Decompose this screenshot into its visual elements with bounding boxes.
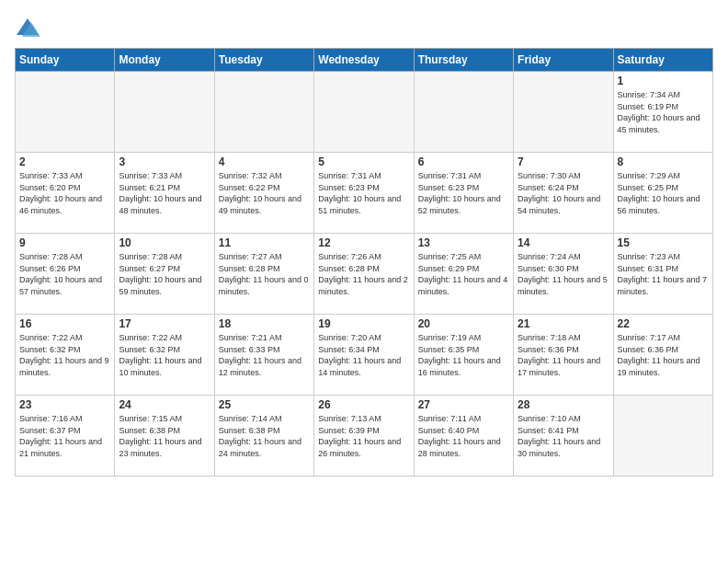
day-header-saturday: Saturday	[613, 49, 712, 72]
calendar-cell: 23Sunrise: 7:16 AM Sunset: 6:37 PM Dayli…	[16, 396, 115, 477]
calendar-cell: 15Sunrise: 7:23 AM Sunset: 6:31 PM Dayli…	[613, 234, 712, 315]
day-info: Sunrise: 7:28 AM Sunset: 6:26 PM Dayligh…	[19, 251, 110, 297]
calendar-cell: 12Sunrise: 7:26 AM Sunset: 6:28 PM Dayli…	[314, 234, 414, 315]
day-number: 27	[418, 398, 509, 411]
day-number: 4	[219, 155, 310, 168]
day-number: 16	[19, 317, 110, 330]
day-number: 5	[318, 155, 409, 168]
calendar-cell: 11Sunrise: 7:27 AM Sunset: 6:28 PM Dayli…	[214, 234, 313, 315]
calendar-body: 1Sunrise: 7:34 AM Sunset: 6:19 PM Daylig…	[16, 72, 713, 477]
day-info: Sunrise: 7:22 AM Sunset: 6:32 PM Dayligh…	[119, 332, 210, 378]
day-info: Sunrise: 7:23 AM Sunset: 6:31 PM Dayligh…	[618, 251, 709, 297]
calendar-cell: 7Sunrise: 7:30 AM Sunset: 6:24 PM Daylig…	[514, 153, 613, 234]
day-header-monday: Monday	[115, 49, 214, 72]
calendar-cell: 1Sunrise: 7:34 AM Sunset: 6:19 PM Daylig…	[613, 72, 712, 153]
day-info: Sunrise: 7:26 AM Sunset: 6:28 PM Dayligh…	[318, 251, 409, 297]
calendar-cell: 2Sunrise: 7:33 AM Sunset: 6:20 PM Daylig…	[16, 153, 115, 234]
day-info: Sunrise: 7:18 AM Sunset: 6:36 PM Dayligh…	[518, 332, 609, 378]
calendar-cell: 19Sunrise: 7:20 AM Sunset: 6:34 PM Dayli…	[314, 315, 414, 396]
day-number: 3	[119, 155, 210, 168]
day-number: 8	[618, 155, 709, 168]
day-info: Sunrise: 7:31 AM Sunset: 6:23 PM Dayligh…	[418, 170, 509, 216]
calendar-cell	[115, 72, 214, 153]
calendar-cell: 10Sunrise: 7:28 AM Sunset: 6:27 PM Dayli…	[115, 234, 214, 315]
day-info: Sunrise: 7:19 AM Sunset: 6:35 PM Dayligh…	[418, 332, 509, 378]
day-info: Sunrise: 7:24 AM Sunset: 6:30 PM Dayligh…	[518, 251, 609, 297]
day-header-thursday: Thursday	[414, 49, 513, 72]
day-info: Sunrise: 7:21 AM Sunset: 6:33 PM Dayligh…	[219, 332, 310, 378]
calendar-cell: 26Sunrise: 7:13 AM Sunset: 6:39 PM Dayli…	[314, 396, 414, 477]
day-number: 9	[19, 236, 110, 249]
calendar-cell	[414, 72, 513, 153]
calendar-cell: 20Sunrise: 7:19 AM Sunset: 6:35 PM Dayli…	[414, 315, 513, 396]
day-info: Sunrise: 7:10 AM Sunset: 6:41 PM Dayligh…	[518, 413, 609, 459]
day-info: Sunrise: 7:11 AM Sunset: 6:40 PM Dayligh…	[418, 413, 509, 459]
calendar-cell	[613, 396, 712, 477]
calendar-cell: 5Sunrise: 7:31 AM Sunset: 6:23 PM Daylig…	[314, 153, 414, 234]
calendar-cell: 14Sunrise: 7:24 AM Sunset: 6:30 PM Dayli…	[514, 234, 613, 315]
calendar-cell: 24Sunrise: 7:15 AM Sunset: 6:38 PM Dayli…	[115, 396, 214, 477]
calendar-header: SundayMondayTuesdayWednesdayThursdayFrid…	[16, 49, 713, 72]
day-info: Sunrise: 7:28 AM Sunset: 6:27 PM Dayligh…	[119, 251, 210, 297]
day-number: 10	[119, 236, 210, 249]
day-number: 21	[518, 317, 609, 330]
day-number: 1	[618, 75, 709, 87]
day-number: 14	[518, 236, 609, 249]
calendar-cell: 8Sunrise: 7:29 AM Sunset: 6:25 PM Daylig…	[613, 153, 712, 234]
day-header-sunday: Sunday	[16, 49, 115, 72]
day-info: Sunrise: 7:33 AM Sunset: 6:20 PM Dayligh…	[19, 170, 110, 216]
calendar-cell	[214, 72, 313, 153]
calendar-cell: 18Sunrise: 7:21 AM Sunset: 6:33 PM Dayli…	[214, 315, 313, 396]
day-number: 28	[518, 398, 609, 411]
day-info: Sunrise: 7:16 AM Sunset: 6:37 PM Dayligh…	[19, 413, 110, 459]
calendar-cell: 3Sunrise: 7:33 AM Sunset: 6:21 PM Daylig…	[115, 153, 214, 234]
logo	[15, 15, 44, 40]
day-number: 2	[19, 155, 110, 168]
week-row-3: 9Sunrise: 7:28 AM Sunset: 6:26 PM Daylig…	[16, 234, 713, 315]
day-number: 24	[119, 398, 210, 411]
day-header-tuesday: Tuesday	[214, 49, 313, 72]
calendar-cell: 9Sunrise: 7:28 AM Sunset: 6:26 PM Daylig…	[16, 234, 115, 315]
day-number: 6	[418, 155, 509, 168]
day-info: Sunrise: 7:32 AM Sunset: 6:22 PM Dayligh…	[219, 170, 310, 216]
calendar-cell: 4Sunrise: 7:32 AM Sunset: 6:22 PM Daylig…	[214, 153, 313, 234]
day-number: 26	[318, 398, 409, 411]
day-info: Sunrise: 7:27 AM Sunset: 6:28 PM Dayligh…	[219, 251, 310, 297]
day-number: 22	[618, 317, 709, 330]
calendar-cell: 21Sunrise: 7:18 AM Sunset: 6:36 PM Dayli…	[514, 315, 613, 396]
calendar-cell: 25Sunrise: 7:14 AM Sunset: 6:38 PM Dayli…	[214, 396, 313, 477]
calendar-cell	[514, 72, 613, 153]
week-row-1: 1Sunrise: 7:34 AM Sunset: 6:19 PM Daylig…	[16, 72, 713, 153]
day-info: Sunrise: 7:22 AM Sunset: 6:32 PM Dayligh…	[19, 332, 110, 378]
day-info: Sunrise: 7:34 AM Sunset: 6:19 PM Dayligh…	[618, 89, 709, 135]
day-info: Sunrise: 7:17 AM Sunset: 6:36 PM Dayligh…	[618, 332, 709, 378]
day-number: 19	[318, 317, 409, 330]
day-number: 17	[119, 317, 210, 330]
calendar-cell: 13Sunrise: 7:25 AM Sunset: 6:29 PM Dayli…	[414, 234, 513, 315]
day-number: 23	[19, 398, 110, 411]
day-info: Sunrise: 7:15 AM Sunset: 6:38 PM Dayligh…	[119, 413, 210, 459]
day-info: Sunrise: 7:29 AM Sunset: 6:25 PM Dayligh…	[618, 170, 709, 216]
calendar-cell: 28Sunrise: 7:10 AM Sunset: 6:41 PM Dayli…	[514, 396, 613, 477]
day-header-wednesday: Wednesday	[314, 49, 414, 72]
calendar-cell: 16Sunrise: 7:22 AM Sunset: 6:32 PM Dayli…	[16, 315, 115, 396]
calendar-cell	[314, 72, 414, 153]
calendar-cell	[16, 72, 115, 153]
day-number: 11	[219, 236, 310, 249]
day-info: Sunrise: 7:14 AM Sunset: 6:38 PM Dayligh…	[219, 413, 310, 459]
day-number: 15	[618, 236, 709, 249]
calendar-cell: 6Sunrise: 7:31 AM Sunset: 6:23 PM Daylig…	[414, 153, 513, 234]
day-info: Sunrise: 7:33 AM Sunset: 6:21 PM Dayligh…	[119, 170, 210, 216]
day-number: 7	[518, 155, 609, 168]
day-info: Sunrise: 7:13 AM Sunset: 6:39 PM Dayligh…	[318, 413, 409, 459]
day-number: 18	[219, 317, 310, 330]
day-number: 13	[418, 236, 509, 249]
day-number: 12	[318, 236, 409, 249]
day-number: 25	[219, 398, 310, 411]
day-number: 20	[418, 317, 509, 330]
day-info: Sunrise: 7:25 AM Sunset: 6:29 PM Dayligh…	[418, 251, 509, 297]
page-header	[15, 15, 713, 40]
week-row-2: 2Sunrise: 7:33 AM Sunset: 6:20 PM Daylig…	[16, 153, 713, 234]
day-info: Sunrise: 7:31 AM Sunset: 6:23 PM Dayligh…	[318, 170, 409, 216]
logo-icon	[15, 15, 40, 40]
